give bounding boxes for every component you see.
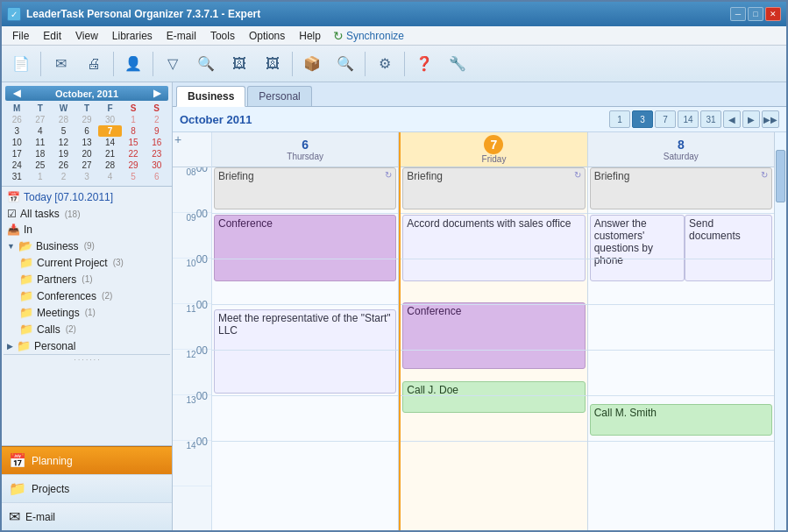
cal-day[interactable]: 3 <box>75 171 99 182</box>
cal-day[interactable]: 31 <box>5 171 29 182</box>
email-button[interactable]: ✉ <box>45 49 76 79</box>
projects-nav-button[interactable]: 📁 Projects <box>2 474 172 502</box>
cal-day[interactable]: 12 <box>52 137 75 148</box>
image2-button[interactable]: 🖼 <box>257 49 288 79</box>
partners-item[interactable]: 📁 Partners (1) <box>16 271 170 287</box>
event-answer-8[interactable]: Answer the customers' questions by phone <box>590 215 685 281</box>
cal-day[interactable]: 13 <box>75 137 99 148</box>
cal-day[interactable]: 27 <box>29 114 53 125</box>
cal-day[interactable]: 23 <box>145 148 168 160</box>
cal-day[interactable]: 29 <box>122 160 146 171</box>
cal-day[interactable]: 4 <box>29 125 53 137</box>
prev-period-button[interactable]: ◀ <box>723 110 741 128</box>
all-tasks-item[interactable]: ☑ All tasks (18) <box>4 206 170 222</box>
cal-day[interactable]: 1 <box>122 114 146 125</box>
next-month-button[interactable]: ▶ <box>151 88 163 99</box>
new-button[interactable]: 📄 <box>5 49 37 79</box>
help-button[interactable]: ❓ <box>408 49 440 79</box>
cal-day[interactable]: 16 <box>145 137 168 148</box>
event-briefing-6[interactable]: Briefing ↻ <box>214 167 396 209</box>
event-accord-7[interactable]: Accord documents with sales office <box>402 215 585 281</box>
cal-day[interactable]: 25 <box>29 160 53 171</box>
event-conference-7[interactable]: Conference <box>402 302 585 369</box>
cal-day[interactable]: 26 <box>5 114 29 125</box>
menu-options[interactable]: Options <box>242 28 292 44</box>
menu-view[interactable]: View <box>68 28 105 44</box>
menu-file[interactable]: File <box>5 28 36 44</box>
view-31day-button[interactable]: 31 <box>700 110 721 128</box>
add-event-icon[interactable]: + <box>173 132 183 148</box>
cal-day[interactable]: 6 <box>145 171 168 182</box>
view-1day-button[interactable]: 1 <box>609 110 630 128</box>
cal-day[interactable]: 28 <box>52 114 75 125</box>
wrench-button[interactable]: 🔧 <box>442 49 473 79</box>
cal-day[interactable]: 29 <box>75 114 99 125</box>
conferences-item[interactable]: 📁 Conferences (2) <box>16 287 170 304</box>
cal-day[interactable]: 21 <box>98 148 122 160</box>
next-period-button[interactable]: ▶ <box>742 110 760 128</box>
cal-day[interactable]: 1 <box>29 171 53 182</box>
planning-nav-button[interactable]: 📅 Planning <box>2 446 172 474</box>
menu-tools[interactable]: Tools <box>203 28 242 44</box>
business-item[interactable]: ▼ 📂 Business (9) <box>4 238 170 254</box>
event-briefing-7[interactable]: Briefing ↻ <box>402 167 585 209</box>
cal-day[interactable]: 5 <box>122 171 146 182</box>
cal-day[interactable]: 18 <box>29 148 53 160</box>
tab-personal[interactable]: Personal <box>247 86 311 106</box>
prev-month-button[interactable]: ◀ <box>11 88 23 99</box>
cal-day[interactable]: 14 <box>98 137 122 148</box>
menu-email[interactable]: E-mail <box>160 28 203 44</box>
today-button[interactable]: 📅 Today [07.10.2011] <box>4 188 170 206</box>
inbox-item[interactable]: 📥 In <box>4 222 170 238</box>
cal-day[interactable]: 17 <box>5 148 29 160</box>
menu-help[interactable]: Help <box>292 28 328 44</box>
cal-day[interactable]: 10 <box>5 137 29 148</box>
cal-day[interactable]: 15 <box>122 137 146 148</box>
calls-item[interactable]: 📁 Calls (2) <box>16 321 170 337</box>
image1-button[interactable]: 🖼 <box>224 49 255 79</box>
package-button[interactable]: 📦 <box>296 49 328 79</box>
cal-day[interactable]: 2 <box>52 171 75 182</box>
cal-day[interactable]: 24 <box>5 160 29 171</box>
cal-day[interactable]: 9 <box>145 125 168 137</box>
cal-day[interactable]: 2 <box>145 114 168 125</box>
cal-day[interactable]: 19 <box>52 148 75 160</box>
settings-button[interactable]: ⚙ <box>369 49 401 79</box>
cal-day[interactable]: 3 <box>5 125 29 137</box>
cal-day[interactable]: 5 <box>52 125 75 137</box>
menu-edit[interactable]: Edit <box>36 28 68 44</box>
maximize-button[interactable]: □ <box>748 7 763 21</box>
cal-day[interactable]: 20 <box>75 148 99 160</box>
print-button[interactable]: 🖨 <box>78 49 110 79</box>
meetings-item[interactable]: 📁 Meetings (1) <box>16 304 170 321</box>
cal-day[interactable]: 30 <box>145 160 168 171</box>
event-conference-6[interactable]: Conference <box>214 215 396 281</box>
minimize-button[interactable]: ─ <box>730 7 746 21</box>
sync-button[interactable]: ↻ Synchronize <box>333 29 404 43</box>
event-callm-8[interactable]: Call M. Smith <box>590 404 772 436</box>
cal-day[interactable]: 28 <box>98 160 122 171</box>
user-button[interactable]: 👤 <box>117 49 149 79</box>
cal-day[interactable]: 11 <box>29 137 53 148</box>
view-7day-button[interactable]: 7 <box>655 110 676 128</box>
event-callj-7[interactable]: Call J. Doe <box>402 381 585 413</box>
cal-day[interactable]: 30 <box>98 114 122 125</box>
scroll-thumb[interactable] <box>776 150 785 202</box>
current-project-item[interactable]: 📁 Current Project (3) <box>16 254 170 271</box>
view-3day-button[interactable]: 3 <box>632 110 653 128</box>
cal-day[interactable]: 6 <box>75 125 99 137</box>
cal-day[interactable]: 8 <box>122 125 146 137</box>
cal-day-today[interactable]: 7 <box>98 125 122 137</box>
tab-business[interactable]: Business <box>176 86 245 107</box>
close-button[interactable]: ✕ <box>765 7 781 21</box>
cal-day[interactable]: 26 <box>52 160 75 171</box>
event-send-8[interactable]: Send documents <box>685 215 772 281</box>
calendar-scrollbar[interactable] <box>774 132 786 530</box>
find-button[interactable]: 🔍 <box>330 49 361 79</box>
email-nav-button[interactable]: ✉ E-mail <box>2 502 172 530</box>
view-14day-button[interactable]: 14 <box>678 110 699 128</box>
jump-to-date-button[interactable]: ▶▶ <box>762 110 779 128</box>
cal-day[interactable]: 22 <box>122 148 146 160</box>
cal-day[interactable]: 27 <box>75 160 99 171</box>
search-button[interactable]: 🔍 <box>190 49 222 79</box>
